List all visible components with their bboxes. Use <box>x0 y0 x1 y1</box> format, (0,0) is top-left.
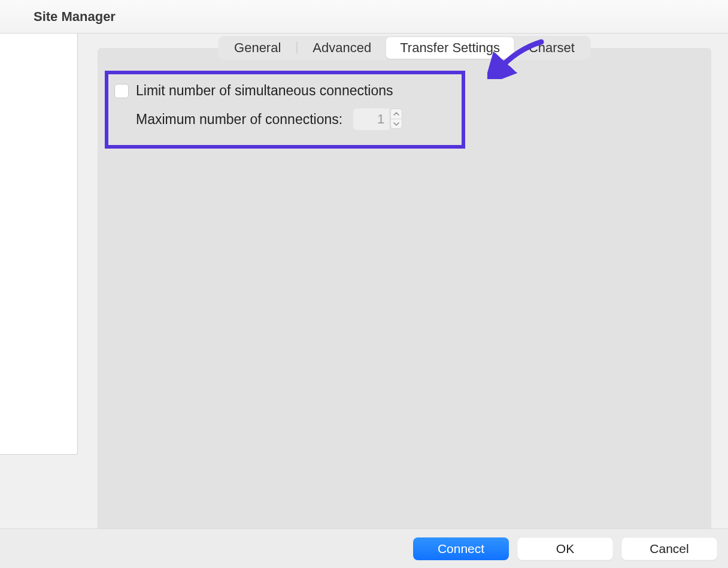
tab-general[interactable]: General <box>220 37 295 59</box>
max-connections-input[interactable] <box>353 108 389 130</box>
tab-transfer-settings[interactable]: Transfer Settings <box>386 37 514 59</box>
chevron-up-icon <box>393 112 399 116</box>
ok-button[interactable]: OK <box>517 537 613 560</box>
connect-button[interactable]: Connect <box>413 537 509 560</box>
window-titlebar: Site Manager <box>0 0 728 34</box>
limit-connections-label: Limit number of simultaneous connections <box>136 83 393 99</box>
tab-charset[interactable]: Charset <box>514 37 589 59</box>
main-panel: General Advanced Transfer Settings Chars… <box>98 48 711 540</box>
sidebar-site-list[interactable] <box>0 34 78 455</box>
tab-divider <box>296 42 297 54</box>
content-area: General Advanced Transfer Settings Chars… <box>0 34 728 528</box>
tabs-container: General Advanced Transfer Settings Chars… <box>218 36 591 60</box>
chevron-down-icon <box>393 122 399 126</box>
max-connections-row: Maximum number of connections: <box>114 108 456 130</box>
dialog-footer: Connect OK Cancel <box>0 528 728 568</box>
cancel-button[interactable]: Cancel <box>621 537 717 560</box>
stepper-down-button[interactable] <box>390 119 402 129</box>
limit-connections-row: Limit number of simultaneous connections <box>114 83 456 99</box>
stepper-up-button[interactable] <box>390 108 402 119</box>
tab-advanced[interactable]: Advanced <box>298 37 386 59</box>
window-title: Site Manager <box>34 9 116 25</box>
highlight-annotation-box: Limit number of simultaneous connections… <box>105 71 465 149</box>
limit-connections-checkbox[interactable] <box>114 84 129 98</box>
max-connections-stepper <box>390 108 402 130</box>
max-connections-label: Maximum number of connections: <box>136 111 342 128</box>
